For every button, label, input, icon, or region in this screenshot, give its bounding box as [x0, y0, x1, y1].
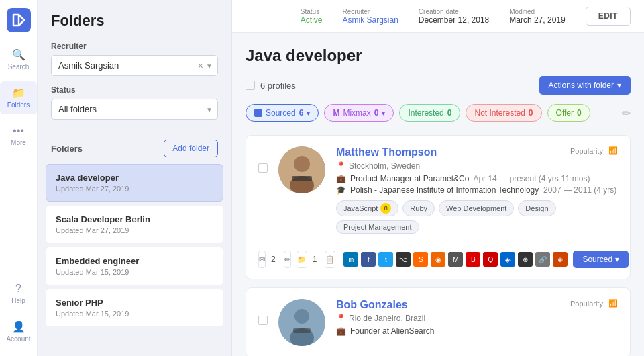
folder-item[interactable]: Senior PHP Updated Mar 15, 2019	[46, 289, 223, 326]
recruiter-meta-label: Recruiter	[342, 8, 398, 15]
tags-edit-icon[interactable]: ✏	[622, 107, 631, 120]
page-title: Folders	[51, 12, 218, 30]
select-all-checkbox[interactable]	[246, 81, 255, 90]
account-icon: 👤	[12, 320, 25, 333]
xing-icon[interactable]: B	[466, 252, 480, 267]
edit-profile-icon[interactable]: ✏	[284, 251, 291, 268]
sidebar-item-account[interactable]: 👤 Account	[0, 315, 37, 348]
help-icon: ?	[15, 283, 21, 295]
avatar-matthew	[278, 146, 325, 193]
recruiter-meta-value[interactable]: Asmik Sargsian	[342, 15, 398, 25]
profile-card-matthew: Matthew Thompson Popularity: 📶 📍 Stockho…	[246, 135, 631, 279]
gitlab-icon[interactable]: ⊗	[553, 252, 568, 267]
status-select-wrapper: All folders ▼	[51, 99, 218, 120]
location-bob: 📍 Rio de Janeiro, Brazil	[336, 314, 618, 323]
profile-name-bob[interactable]: Bob Gonzales	[336, 299, 408, 311]
briefcase-icon: 💼	[336, 174, 346, 183]
status-filter: Status All folders ▼	[51, 85, 218, 120]
skill-webdev[interactable]: Web Development	[439, 200, 514, 216]
svg-rect-9	[293, 328, 311, 333]
meta-recruiter: Recruiter Asmik Sargsian	[342, 8, 398, 25]
tag-interested[interactable]: Interested 0	[399, 104, 460, 122]
medium-icon[interactable]: M	[448, 252, 463, 267]
stackoverflow-icon[interactable]: S	[413, 252, 428, 267]
actions-with-folder-button[interactable]: Actions with folder ▾	[539, 76, 631, 95]
sidebar-item-label: Search	[8, 63, 30, 71]
social-icons-matthew: in f t ⌥ S ◉ M B Q ◈ ⊕ 🔗 ⊗	[343, 252, 568, 267]
profile-checkbox-matthew[interactable]	[258, 163, 268, 173]
folder-action-icon[interactable]: 📁	[297, 251, 307, 268]
main-content: Status Active Recruiter Asmik Sargsian C…	[232, 0, 644, 356]
folder-item[interactable]: Scala Developer Berlin Updated Mar 27, 2…	[46, 206, 223, 243]
facebook-icon[interactable]: f	[361, 252, 376, 267]
tag-sourced[interactable]: Sourced 6 ▾	[246, 104, 319, 122]
github2-icon[interactable]: ⊕	[518, 252, 533, 267]
top-bar: Status Active Recruiter Asmik Sargsian C…	[232, 0, 644, 33]
profile-card-inner-bob: Bob Gonzales Popularity: 📶 📍 Rio de Jane…	[258, 299, 618, 346]
actions-label: Actions with folder	[549, 81, 614, 90]
quora-icon[interactable]: Q	[483, 252, 498, 267]
job-matthew: 💼 Product Manager at Paramet&Co Apr 14 —…	[336, 174, 618, 183]
tag-offer-label: Offer	[556, 108, 574, 118]
profile-name-matthew[interactable]: Matthew Thompson	[336, 146, 437, 159]
tag-sourced-label: Sourced	[266, 108, 296, 118]
profile-checkbox-bob[interactable]	[258, 316, 268, 325]
external-icon[interactable]: ◉	[431, 252, 445, 267]
sidebar-item-search[interactable]: 🔍 Search	[0, 43, 37, 76]
status-meta-value: Active	[301, 15, 323, 25]
popularity-icon: 📶	[608, 299, 618, 308]
skill-design[interactable]: Design	[518, 200, 555, 216]
tag-sourced-checkbox	[254, 109, 262, 117]
sourced-button-matthew[interactable]: Sourced ▾	[573, 251, 629, 268]
tag-mixmax-chevron[interactable]: ▾	[382, 109, 385, 117]
svg-point-7	[294, 309, 309, 324]
twitter-icon[interactable]: t	[378, 252, 393, 267]
folder-item[interactable]: Embedded engineer Updated Mar 15, 2019	[46, 247, 223, 285]
folder-name: Embedded engineer	[56, 256, 213, 266]
linkedin-icon[interactable]: in	[343, 252, 358, 267]
email-icon[interactable]: ✉	[258, 251, 266, 268]
recruiter-select[interactable]: Asmik Sargsian	[51, 55, 218, 76]
svg-point-3	[294, 156, 310, 172]
skill-pm[interactable]: Project Management	[336, 220, 419, 234]
angel-icon[interactable]: ◈	[500, 252, 515, 267]
profile-card-inner: Matthew Thompson Popularity: 📶 📍 Stockho…	[258, 146, 618, 234]
tag-offer[interactable]: Offer 0	[547, 104, 590, 122]
notes-icon[interactable]: 📋	[325, 251, 335, 268]
status-select[interactable]: All folders	[51, 99, 218, 120]
more-icon: •••	[13, 125, 24, 137]
sidebar-item-more[interactable]: ••• More	[0, 120, 37, 152]
mixmax-logo: M	[333, 108, 339, 118]
profile-card-bob: Bob Gonzales Popularity: 📶 📍 Rio de Jane…	[246, 287, 631, 356]
tag-not-interested[interactable]: Not Interested 0	[466, 104, 541, 122]
svg-rect-5	[292, 176, 312, 181]
sourced-label: Sourced	[582, 255, 612, 264]
tag-mixmax[interactable]: M Mixmax 0 ▾	[324, 104, 394, 122]
tag-mixmax-label: Mixmax	[343, 108, 370, 118]
edit-button[interactable]: EDIT	[586, 7, 631, 26]
skills-matthew: JavaScript 8 Ruby Web Development Design…	[336, 200, 618, 234]
meta-modified: Modified March 27, 2019	[509, 8, 565, 25]
tag-mixmax-count: 0	[374, 108, 379, 118]
popularity-bob: Popularity: 📶	[570, 299, 618, 308]
folder-item[interactable]: Java developer Updated Mar 27, 2019	[46, 164, 223, 202]
search-icon: 🔍	[12, 48, 25, 61]
recruiter-clear-icon[interactable]: ×	[198, 60, 203, 71]
tags-row: Sourced 6 ▾ M Mixmax 0 ▾ Interested 0 No…	[246, 104, 631, 122]
skill-javascript[interactable]: JavaScript 8	[336, 200, 398, 216]
tag-not-interested-count: 0	[529, 108, 533, 118]
profiles-left: 6 profiles	[246, 81, 296, 91]
skill-ruby[interactable]: Ruby	[402, 200, 435, 216]
app-logo[interactable]	[7, 8, 31, 32]
add-folder-button[interactable]: Add folder	[164, 140, 218, 157]
sidebar-item-folders[interactable]: 📁 Folders	[0, 81, 37, 114]
briefcase-icon: 💼	[336, 326, 346, 336]
sidebar-item-help[interactable]: ? Help	[0, 277, 37, 310]
tag-interested-label: Interested	[408, 108, 443, 118]
sidebar-item-label: Account	[6, 335, 30, 343]
github-icon[interactable]: ⌥	[396, 252, 411, 267]
folder-updated: Updated Mar 15, 2019	[56, 310, 213, 318]
location-pin-icon: 📍	[336, 161, 346, 171]
link-icon[interactable]: 🔗	[535, 252, 550, 267]
tag-sourced-chevron[interactable]: ▾	[307, 109, 310, 117]
